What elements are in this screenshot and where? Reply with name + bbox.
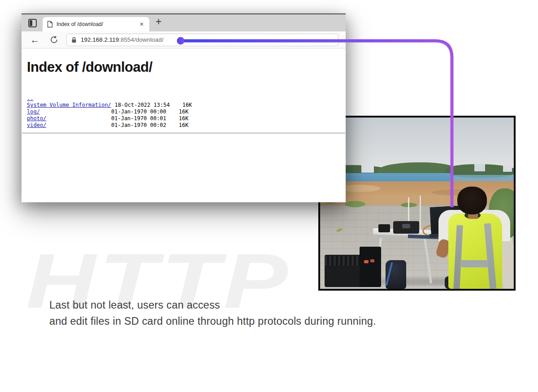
listing-row: photo/01-Jan-1970 00:0116K xyxy=(27,115,340,122)
refresh-icon[interactable] xyxy=(48,35,59,44)
listing-row: log/01-Jan-1970 00:0016K xyxy=(27,109,340,115)
dir-link[interactable]: log/ xyxy=(27,109,108,115)
photo-battery-connector xyxy=(364,260,369,263)
browser-toolbar: ← 192.168.2.119:8554/download/ xyxy=(22,31,346,48)
tab-title: Index of /download/ xyxy=(56,21,139,27)
new-tab-icon[interactable]: + xyxy=(156,17,161,27)
caption-line-2: and edit files in SD card online through… xyxy=(49,313,376,329)
parent-dir-link[interactable]: .. xyxy=(27,95,33,101)
field-operation-photo xyxy=(318,116,516,291)
url-host: 192.168.2.119 xyxy=(81,36,119,43)
photo-antenna xyxy=(420,196,421,231)
photo-vest-stripe xyxy=(461,260,488,267)
address-bar[interactable]: 192.168.2.119:8554/download/ xyxy=(66,34,338,46)
photo-camera xyxy=(378,224,390,232)
listing-row: video/01-Jan-1970 00:0216K xyxy=(27,122,340,129)
file-size: 16K xyxy=(179,115,189,122)
photo-grass xyxy=(345,201,365,207)
dir-link[interactable]: photo/ xyxy=(27,115,108,122)
directory-listing: .. System Volume Information/18-Oct-2022… xyxy=(27,95,340,134)
tab-management-icon[interactable] xyxy=(28,19,37,27)
photo-battery-box xyxy=(360,247,381,287)
url-path: :8554/download/ xyxy=(119,36,163,43)
file-date: 18-Oct-2022 13:54 xyxy=(111,102,170,108)
browser-window: Index of /download/ ✕ + ← 19 xyxy=(22,13,346,202)
file-date: 01-Jan-1970 00:02 xyxy=(108,122,166,128)
lock-icon[interactable] xyxy=(71,37,77,43)
photo-scene xyxy=(320,118,514,289)
page-content: Index of /download/ .. System Volume Inf… xyxy=(22,48,346,202)
listing-row: System Volume Information/18-Oct-2022 13… xyxy=(27,102,340,109)
file-date: 01-Jan-1970 00:00 xyxy=(108,109,166,115)
listing-row: .. xyxy=(27,95,340,102)
page-title: Index of /download/ xyxy=(27,59,346,75)
dir-link[interactable]: System Volume Information/ xyxy=(27,102,111,109)
photo-person-head xyxy=(457,187,487,214)
photo-building xyxy=(474,164,485,171)
photo-battery-connector xyxy=(370,259,374,262)
photo-equipment-case-lid xyxy=(325,256,364,266)
file-size: 16K xyxy=(179,122,189,128)
browser-tab[interactable]: Index of /download/ ✕ xyxy=(43,17,149,31)
photo-building xyxy=(503,165,512,172)
page-icon xyxy=(47,21,53,28)
tab-management-icon-fill xyxy=(30,20,32,26)
file-date: 01-Jan-1970 00:01 xyxy=(108,115,166,122)
photo-building xyxy=(361,165,374,173)
listing-divider xyxy=(22,133,345,134)
tab-bar: Index of /download/ ✕ + xyxy=(22,13,346,31)
file-size: 16K xyxy=(182,102,192,108)
photo-controller-screen xyxy=(402,224,410,228)
caption-line-1: Last but not least, users can access xyxy=(49,297,376,313)
back-icon[interactable]: ← xyxy=(30,35,40,44)
tab-close-icon[interactable]: ✕ xyxy=(139,21,145,27)
dir-link[interactable]: video/ xyxy=(27,122,108,129)
file-size: 16K xyxy=(179,109,189,115)
page: HTTP xyxy=(0,0,538,392)
caption: Last but not least, users can access and… xyxy=(49,297,376,329)
